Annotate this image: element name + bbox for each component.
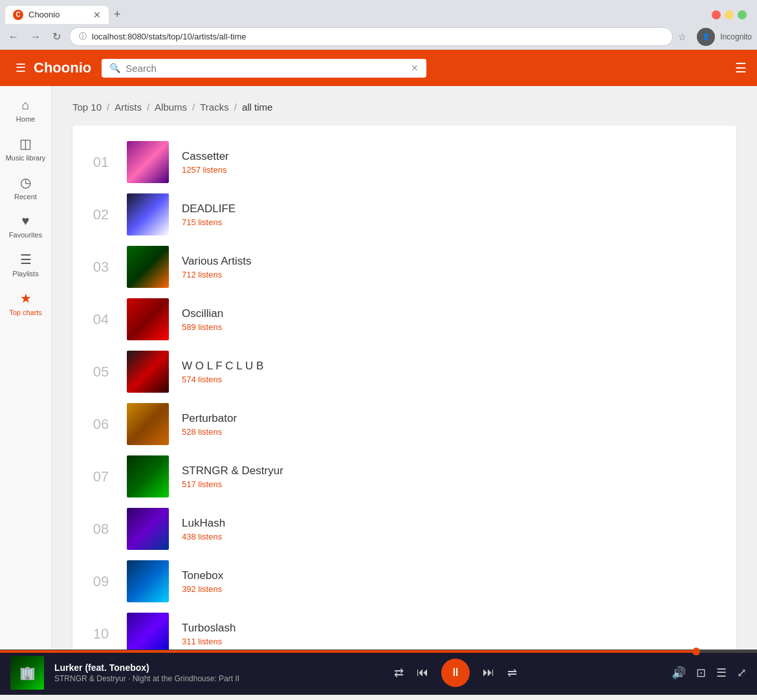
player-right-controls: 🔊 ⊡ ☰ ⤢ [672,666,747,680]
main-content: Top 10 / Artists / Albums / Tracks / all… [52,86,757,650]
artist-listens: 715 listens [182,217,721,227]
artist-name: Perturbator [182,412,721,425]
player-track-name: Lurker (feat. Tonebox) [54,662,239,673]
app-body: ⌂ Home ◫ Music library ◷ Recent ♥ Favour… [0,86,757,650]
artist-info: DEADLIFE 715 listens [182,202,721,227]
app-header: ☰ Choonio 🔍 ✕ ☰ [0,50,757,86]
bookmark-icon[interactable]: ☆ [678,32,686,42]
artist-row-1[interactable]: 01 Cassetter 1257 listens [72,136,736,188]
artist-row-8[interactable]: 08 LukHash 438 listens [72,503,736,555]
sidebar-label-playlists: Playlists [12,270,38,278]
tab-favicon: C [13,10,23,20]
sidebar-label-music-library: Music library [6,154,46,162]
volume-button[interactable]: 🔊 [672,666,686,680]
play-pause-button[interactable]: ⏸ [441,659,470,687]
artist-row-9[interactable]: 09 Tonebox 392 listens [72,555,736,607]
header-more-button[interactable]: ☰ [735,60,747,76]
artist-listens: 1257 listens [182,165,721,175]
artist-listens: 517 listens [182,479,721,489]
artist-rank: 01 [88,154,114,171]
sidebar-item-top-charts[interactable]: ★ Top charts [0,284,51,323]
shuffle-icon: ⇌ [507,666,517,679]
sidebar-item-playlists[interactable]: ☰ Playlists [0,245,51,284]
player-track-sub: STRNGR & Destryur · Night at the Grindho… [54,674,239,683]
tab-close-button[interactable]: ✕ [93,10,101,20]
breadcrumb-alltime[interactable]: all time [242,102,273,113]
breadcrumb-top10[interactable]: Top 10 [72,102,102,113]
artist-thumbnail [127,193,169,235]
artist-name: Tonebox [182,569,721,582]
next-button[interactable]: ⏭ [483,666,494,679]
expand-icon: ⤢ [737,666,747,679]
window-maximize-button[interactable] [738,10,747,19]
top-charts-icon: ★ [20,290,32,306]
back-button[interactable]: ← [5,30,22,44]
shuffle-button[interactable]: ⇌ [507,666,517,680]
new-tab-button[interactable]: + [109,5,126,24]
artist-row-7[interactable]: 07 STRNGR & Destryur 517 listens [72,450,736,503]
artist-thumbnail [127,298,169,340]
more-icon: ☰ [735,61,747,75]
reload-button[interactable]: ↻ [49,29,64,44]
tab-title: Choonio [28,10,88,19]
next-icon: ⏭ [483,666,494,679]
url-bar[interactable]: ⓘ localhost:8080/stats/top/10/artists/al… [69,27,673,46]
artist-name: Cassetter [182,150,721,163]
breadcrumb-albums[interactable]: Albums [155,102,187,113]
repeat-button[interactable]: ⇄ [394,666,404,680]
artist-thumbnail [127,141,169,183]
sidebar-item-music-library[interactable]: ◫ Music library [0,129,51,168]
artist-name: STRNGR & Destryur [182,465,721,477]
breadcrumb: Top 10 / Artists / Albums / Tracks / all… [72,102,736,113]
search-bar: 🔍 ✕ [102,59,426,78]
breadcrumb-sep-4: / [234,102,237,113]
sidebar-item-home[interactable]: ⌂ Home [0,91,51,129]
profile-button[interactable]: 👤 [697,28,715,46]
menu-button[interactable]: ☰ [10,56,31,80]
artist-row-2[interactable]: 02 DEADLIFE 715 listens [72,188,736,241]
artist-info: LukHash 438 listens [182,517,721,541]
forward-button[interactable]: → [27,30,44,44]
artist-row-5[interactable]: 05 W O L F C L U B 574 listens [72,345,736,398]
artist-name: Various Artists [182,255,721,268]
artist-info: Perturbator 528 listens [182,412,721,437]
artist-thumbnail [127,613,169,650]
sidebar-label-top-charts: Top charts [9,309,42,316]
window-close-button[interactable] [712,10,721,19]
queue-button[interactable]: ☰ [716,666,727,680]
pause-icon: ⏸ [450,666,461,679]
security-icon: ⓘ [79,31,87,42]
artist-rank: 02 [88,206,114,223]
breadcrumb-sep-2: / [147,102,149,113]
breadcrumb-tracks[interactable]: Tracks [200,102,228,113]
progress-track[interactable] [0,650,757,653]
cast-button[interactable]: ⊡ [696,666,706,680]
browser-tab[interactable]: C Choonio ✕ [5,6,109,24]
artist-row-10[interactable]: 10 Turboslash 311 listens [72,607,736,650]
player-track-info: Lurker (feat. Tonebox) STRNGR & Destryur… [54,662,239,683]
sidebar-item-recent[interactable]: ◷ Recent [0,168,51,207]
artist-listens: 438 listens [182,532,721,541]
artist-info: W O L F C L U B 574 listens [182,360,721,384]
artist-name: DEADLIFE [182,202,721,215]
search-clear-button[interactable]: ✕ [411,63,419,73]
artist-row-3[interactable]: 03 Various Artists 712 listens [72,241,736,293]
prev-button[interactable]: ⏮ [417,666,428,679]
breadcrumb-artists[interactable]: Artists [115,102,142,113]
progress-fill [0,650,696,653]
artist-row-6[interactable]: 06 Perturbator 528 listens [72,398,736,450]
window-minimize-button[interactable] [725,10,734,19]
artist-info: Tonebox 392 listens [182,569,721,594]
search-input[interactable] [126,63,405,74]
browser-chrome: C Choonio ✕ + ← → ↻ ⓘ localhost:8080/sta… [0,0,757,50]
sidebar-item-favourites[interactable]: ♥ Favourites [0,207,51,245]
recent-icon: ◷ [20,175,31,190]
artist-thumbnail [127,403,169,445]
artist-listens: 712 listens [182,270,721,279]
expand-button[interactable]: ⤢ [737,666,747,680]
artist-rank: 07 [88,468,114,485]
artist-row-4[interactable]: 04 Oscillian 589 listens [72,293,736,345]
hamburger-icon: ☰ [16,61,26,74]
incognito-label: Incognito [720,32,752,41]
queue-icon: ☰ [716,666,727,679]
